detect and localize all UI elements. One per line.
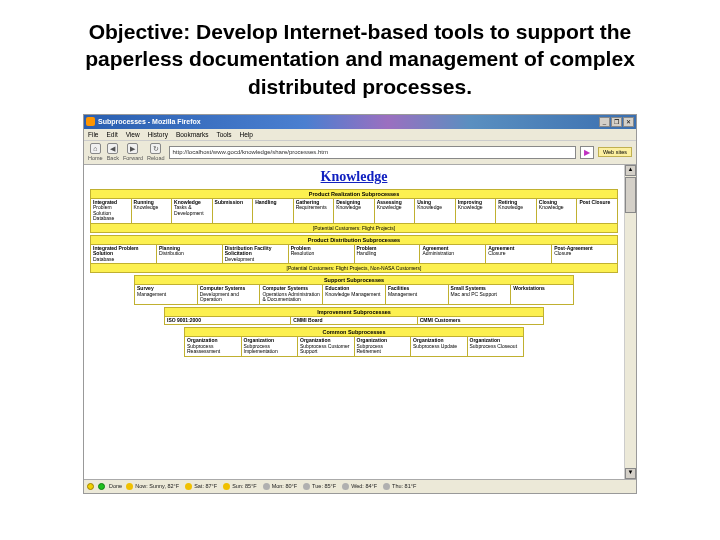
menu-view[interactable]: View	[126, 131, 140, 138]
weather-icon	[303, 483, 310, 490]
section-item[interactable]: OrganizationSubprocess Reassessment	[185, 337, 242, 356]
reload-button[interactable]: ↻Reload	[147, 143, 164, 161]
weather-icon	[185, 483, 192, 490]
section-item[interactable]: EducationKnowledge Management	[323, 285, 386, 304]
status-done: Done	[109, 483, 122, 489]
scroll-up-icon[interactable]: ▲	[625, 165, 636, 176]
section-item[interactable]: Post-AgreementClosure	[552, 245, 617, 264]
scroll-thumb[interactable]	[625, 177, 636, 213]
menu-history[interactable]: History	[148, 131, 168, 138]
section-item[interactable]: ImprovingKnowledge	[456, 199, 497, 223]
forward-button[interactable]: ▶Forward	[123, 143, 143, 161]
menu-bar: File Edit View History Bookmarks Tools H…	[84, 129, 636, 141]
weather-icon	[223, 483, 230, 490]
menu-file[interactable]: File	[88, 131, 98, 138]
connection-icon	[98, 483, 105, 490]
section-item[interactable]: CMMI Customers	[418, 317, 543, 325]
section-item[interactable]: Distribution Facility SolicitationDevelo…	[223, 245, 289, 264]
back-button[interactable]: ◀Back	[107, 143, 119, 161]
section-item[interactable]: ProblemResolution	[289, 245, 355, 264]
close-button[interactable]: ✕	[623, 117, 634, 127]
go-button[interactable]: ▶	[580, 146, 594, 159]
section-item[interactable]: Small SystemsMac and PC Support	[449, 285, 512, 304]
section-item[interactable]: GatheringRequirements	[294, 199, 335, 223]
section-item[interactable]: AgreementClosure	[486, 245, 552, 264]
window-titlebar: Subprocesses - Mozilla Firefox _ ❐ ✕	[84, 115, 636, 129]
firefox-icon	[86, 117, 95, 126]
section-item[interactable]: PlanningDistribution	[157, 245, 223, 264]
vertical-scrollbar[interactable]: ▲ ▼	[624, 165, 636, 479]
section-header: Product Realization Subprocesses	[90, 189, 618, 199]
weather-item: Now: Sunny, 82°F	[126, 483, 179, 490]
weather-item: Thu: 81°F	[383, 483, 416, 490]
weather-icon	[126, 483, 133, 490]
section-item[interactable]: FacilitiesManagement	[386, 285, 449, 304]
section-item[interactable]: Workstations	[511, 285, 573, 304]
section-body: IntegratedProblem Solution DatabaseRunni…	[90, 199, 618, 224]
status-indicator-icon	[87, 483, 94, 490]
section-item[interactable]: OrganizationSubprocess Update	[411, 337, 468, 356]
section-body: Integrated Problem SolutionDatabasePlann…	[90, 245, 618, 265]
menu-edit[interactable]: Edit	[106, 131, 117, 138]
section-item[interactable]: IntegratedProblem Solution Database	[91, 199, 132, 223]
home-button[interactable]: ⌂Home	[88, 143, 103, 161]
tab-websites[interactable]: Web sites	[598, 147, 632, 157]
weather-item: Tue: 85°F	[303, 483, 336, 490]
section-item[interactable]: UsingKnowledge	[415, 199, 456, 223]
section-band: Product Distribution SubprocessesIntegra…	[90, 235, 618, 274]
maximize-button[interactable]: ❐	[611, 117, 622, 127]
weather-icon	[383, 483, 390, 490]
weather-item: Mon: 80°F	[263, 483, 297, 490]
section-band: Improvement SubprocessesISO 9001:2000CMM…	[164, 307, 544, 326]
section-item[interactable]: KnowledgeTasks & Development	[172, 199, 213, 223]
section-item[interactable]: DesigningKnowledge	[334, 199, 375, 223]
section-item[interactable]: Integrated Problem SolutionDatabase	[91, 245, 157, 264]
page-content: Knowledge Product Realization Subprocess…	[84, 165, 624, 479]
section-body: OrganizationSubprocess ReassessmentOrgan…	[184, 337, 524, 357]
menu-bookmarks[interactable]: Bookmarks	[176, 131, 209, 138]
section-item[interactable]: RetiringKnowledge	[496, 199, 537, 223]
section-footer: [Potential Customers: Flight Projects]	[90, 224, 618, 233]
forward-icon: ▶	[127, 143, 138, 154]
weather-item: Sat: 87°F	[185, 483, 217, 490]
minimize-button[interactable]: _	[599, 117, 610, 127]
section-item[interactable]: OrganizationSubprocess Implementation	[242, 337, 299, 356]
toolbar: ⌂Home ◀Back ▶Forward ↻Reload http://loca…	[84, 141, 636, 165]
browser-screenshot: Subprocesses - Mozilla Firefox _ ❐ ✕ Fil…	[83, 114, 637, 494]
section-header: Support Subprocesses	[134, 275, 574, 285]
section-body: ISO 9001:2000CMMI BoardCMMI Customers	[164, 317, 544, 326]
section-footer: [Potential Customers: Flight Projects, N…	[90, 264, 618, 273]
section-item[interactable]: OrganizationSubprocess Retirement	[355, 337, 412, 356]
section-item[interactable]: AssessingKnowledge	[375, 199, 416, 223]
weather-item: Sun: 85°F	[223, 483, 257, 490]
scroll-down-icon[interactable]: ▼	[625, 468, 636, 479]
menu-tools[interactable]: Tools	[216, 131, 231, 138]
section-item[interactable]: CMMI Board	[291, 317, 417, 325]
page-title: Knowledge	[84, 165, 624, 187]
section-item[interactable]: RunningKnowledge	[132, 199, 173, 223]
section-item[interactable]: ISO 9001:2000	[165, 317, 291, 325]
section-band: Product Realization SubprocessesIntegrat…	[90, 189, 618, 233]
go-icon: ▶	[584, 148, 590, 157]
weather-item: Wed: 84°F	[342, 483, 377, 490]
menu-help[interactable]: Help	[240, 131, 253, 138]
section-item[interactable]: OrganizationSubprocess Customer Support	[298, 337, 355, 356]
section-item[interactable]: AgreementAdministration	[420, 245, 486, 264]
section-item[interactable]: Post Closure	[577, 199, 617, 223]
section-header: Common Subprocesses	[184, 327, 524, 337]
window-title: Subprocesses - Mozilla Firefox	[98, 118, 201, 125]
back-icon: ◀	[107, 143, 118, 154]
section-item[interactable]: ClosingKnowledge	[537, 199, 578, 223]
section-header: Improvement Subprocesses	[164, 307, 544, 317]
home-icon: ⌂	[90, 143, 101, 154]
section-body: SurveyManagementComputer SystemsDevelopm…	[134, 285, 574, 305]
section-item[interactable]: OrganizationSubprocess Closeout	[468, 337, 524, 356]
section-item[interactable]: Computer SystemsDevelopment and Operatio…	[198, 285, 261, 304]
section-item[interactable]: Computer SystemsOperations Administratio…	[260, 285, 323, 304]
section-item[interactable]: Handling	[253, 199, 294, 223]
section-item[interactable]: SurveyManagement	[135, 285, 198, 304]
section-band: Support SubprocessesSurveyManagementComp…	[134, 275, 574, 305]
url-bar[interactable]: http://localhost/www.gocd/knowledge/shar…	[169, 146, 576, 159]
section-item[interactable]: Submission	[213, 199, 254, 223]
section-item[interactable]: ProblemHandling	[355, 245, 421, 264]
